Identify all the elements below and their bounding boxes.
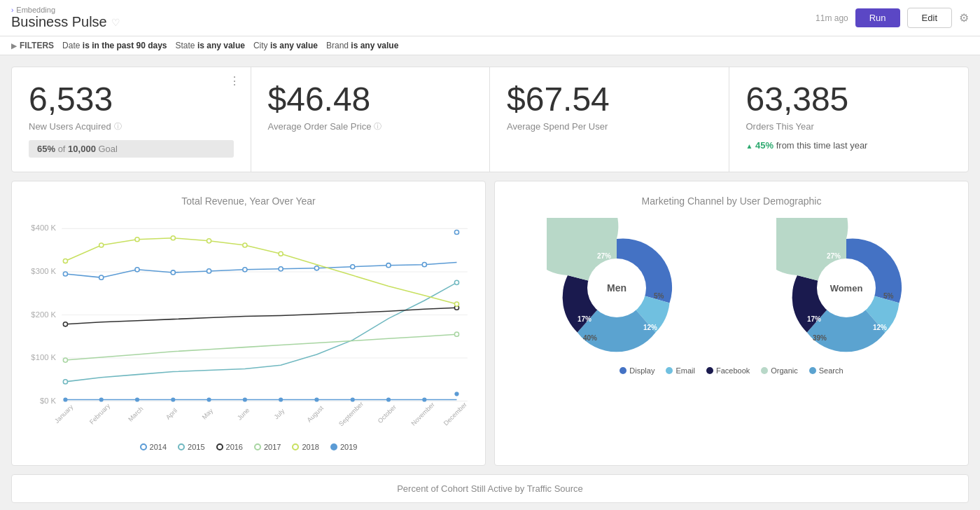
legend-email: Email xyxy=(666,366,695,375)
charts-row: Total Revenue, Year Over Year $400 K $30… xyxy=(11,181,969,466)
kpi-value-avg-spend: $67.54 xyxy=(507,81,712,118)
legend-dot-organic xyxy=(761,367,768,374)
header-left: › Embedding Business Pulse ♡ xyxy=(11,6,120,30)
svg-point-14 xyxy=(207,397,211,401)
filters-bar: ▶ FILTERS Date is in the past 90 days St… xyxy=(0,36,980,55)
svg-point-34 xyxy=(63,380,67,384)
svg-point-30 xyxy=(351,264,355,268)
donut-women: Women 27% 5% 12% 17% 39% xyxy=(776,218,916,358)
bottom-section-hint: Percent of Cohort Still Active by Traffi… xyxy=(11,474,969,503)
line-chart-title: Total Revenue, Year Over Year xyxy=(26,195,471,207)
svg-point-36 xyxy=(63,322,67,326)
edit-button[interactable]: Edit xyxy=(907,8,952,28)
svg-point-10 xyxy=(63,397,67,401)
line-chart-container: $400 K $300 K $200 K $100 K $0 K xyxy=(26,218,471,436)
svg-point-33 xyxy=(454,230,458,234)
kpi-label-new-users: New Users Acquired ⓘ xyxy=(29,121,234,132)
donut-chart-title: Marketing Channel by User Demographic xyxy=(509,195,954,207)
kpi-goal-new-users: 65% of 10,000 Goal xyxy=(29,140,234,158)
heart-icon[interactable]: ♡ xyxy=(111,17,120,28)
info-icon-avg-order[interactable]: ⓘ xyxy=(374,121,382,132)
svg-text:January: January xyxy=(53,403,75,425)
kpi-label-avg-order: Average Order Sale Price ⓘ xyxy=(268,121,473,132)
svg-point-21 xyxy=(454,392,458,396)
donut-women-svg: Women 27% 5% 12% 17% 39% xyxy=(776,218,916,358)
legend-dot-display xyxy=(620,367,626,374)
line-chart-svg: $400 K $300 K $200 K $100 K $0 K xyxy=(26,218,471,434)
svg-point-28 xyxy=(279,267,283,271)
header: › Embedding Business Pulse ♡ 11m ago Run… xyxy=(0,0,980,36)
change-text: from this time last year xyxy=(776,140,868,151)
legend-circle-2018 xyxy=(292,443,299,450)
kpi-row: ⋮ 6,533 New Users Acquired ⓘ 65% of 10,0… xyxy=(11,67,969,172)
svg-point-42 xyxy=(135,237,139,241)
kpi-menu-icon[interactable]: ⋮ xyxy=(229,74,241,88)
filter-date[interactable]: Date is in the past 90 days xyxy=(62,41,167,50)
trend-up-icon: ▲ xyxy=(746,142,753,150)
filter-arrow-icon: ▶ xyxy=(11,42,17,50)
line-chart-card: Total Revenue, Year Over Year $400 K $30… xyxy=(11,181,486,466)
svg-text:5%: 5% xyxy=(654,292,664,300)
svg-point-27 xyxy=(243,268,247,272)
svg-text:$200 K: $200 K xyxy=(31,310,56,318)
filters-toggle[interactable]: ▶ FILTERS xyxy=(11,41,54,50)
svg-point-15 xyxy=(243,397,247,401)
svg-text:July: July xyxy=(273,407,286,420)
kpi-value-orders-year: 63,385 xyxy=(746,81,952,118)
legend-2016: 2016 xyxy=(216,443,243,451)
donut-men: Men 27% 5% 12% 17% 40% xyxy=(547,218,687,358)
svg-text:12%: 12% xyxy=(643,324,657,331)
svg-text:27%: 27% xyxy=(827,252,841,260)
svg-point-40 xyxy=(63,259,67,263)
svg-text:Women: Women xyxy=(830,283,863,294)
breadcrumb: › Embedding xyxy=(11,6,120,14)
legend-2019: 2019 xyxy=(330,443,357,451)
svg-point-29 xyxy=(314,266,318,270)
legend-2017: 2017 xyxy=(254,443,281,451)
svg-point-12 xyxy=(135,397,139,401)
legend-search: Search xyxy=(809,366,844,375)
legend-circle-2017 xyxy=(254,443,261,450)
legend-dot-facebook xyxy=(706,367,713,374)
kpi-label-orders-year: Orders This Year xyxy=(746,121,952,132)
svg-text:17%: 17% xyxy=(807,315,821,323)
svg-text:27%: 27% xyxy=(597,252,611,260)
change-pct: 45% xyxy=(755,140,774,151)
svg-point-41 xyxy=(99,243,104,247)
svg-point-24 xyxy=(135,268,139,272)
svg-point-46 xyxy=(279,251,283,256)
svg-text:November: November xyxy=(410,401,436,427)
kpi-avg-order: $46.48 Average Order Sale Price ⓘ xyxy=(251,67,491,172)
last-run-time: 11m ago xyxy=(816,13,848,23)
svg-point-20 xyxy=(422,397,426,401)
legend-display: Display xyxy=(620,366,654,375)
page-title: Business Pulse ♡ xyxy=(11,14,120,30)
svg-text:May: May xyxy=(201,407,215,421)
legend-facebook: Facebook xyxy=(706,366,750,375)
svg-point-47 xyxy=(454,302,458,306)
svg-text:October: October xyxy=(377,404,398,425)
svg-point-45 xyxy=(243,243,247,247)
donut-men-svg: Men 27% 5% 12% 17% 40% xyxy=(547,218,687,358)
svg-point-11 xyxy=(99,397,104,401)
info-icon-new-users[interactable]: ⓘ xyxy=(114,121,122,132)
svg-text:5%: 5% xyxy=(883,292,894,300)
filter-brand[interactable]: Brand is any value xyxy=(326,41,398,50)
svg-text:$100 K: $100 K xyxy=(31,353,56,361)
svg-point-39 xyxy=(454,332,458,336)
breadcrumb-arrow: › xyxy=(11,6,13,14)
kpi-avg-spend: $67.54 Average Spend Per User xyxy=(490,67,729,172)
svg-point-26 xyxy=(207,269,211,273)
year-legend: 2014 2015 2016 2017 2018 xyxy=(26,443,471,451)
svg-point-35 xyxy=(454,280,458,284)
svg-point-17 xyxy=(314,397,318,401)
svg-text:April: April xyxy=(164,407,178,421)
run-button[interactable]: Run xyxy=(855,8,900,27)
filter-city[interactable]: City is any value xyxy=(253,41,318,50)
filter-state[interactable]: State is any value xyxy=(176,41,245,50)
kpi-change-orders-year: ▲ 45% from this time last year xyxy=(746,140,952,151)
bottom-hint-text: Percent of Cohort Still Active by Traffi… xyxy=(397,483,583,494)
legend-2018: 2018 xyxy=(292,443,318,451)
settings-icon[interactable]: ⚙ xyxy=(959,11,969,25)
svg-text:December: December xyxy=(442,401,468,427)
